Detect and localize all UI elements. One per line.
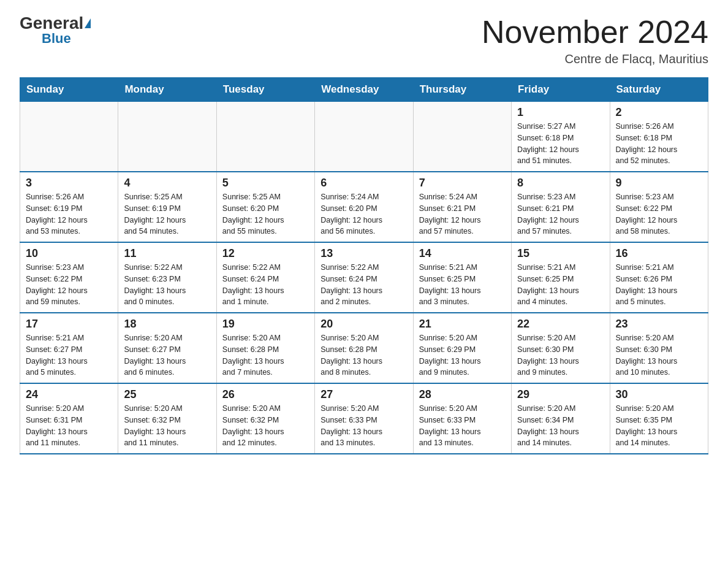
cell-day-number: 6	[320, 177, 407, 190]
cell-info: Sunrise: 5:20 AMSunset: 6:32 PMDaylight:…	[222, 403, 309, 449]
page-header: General Blue November 2024 Centre de Fla…	[20, 15, 708, 66]
cell-day-number: 22	[517, 318, 604, 331]
calendar-cell: 26Sunrise: 5:20 AMSunset: 6:32 PMDayligh…	[216, 383, 314, 454]
calendar-week-3: 10Sunrise: 5:23 AMSunset: 6:22 PMDayligh…	[20, 242, 708, 313]
cell-day-number: 17	[26, 318, 112, 331]
cell-day-number: 5	[222, 177, 309, 190]
cell-info: Sunrise: 5:20 AMSunset: 6:29 PMDaylight:…	[419, 332, 506, 378]
calendar-cell: 28Sunrise: 5:20 AMSunset: 6:33 PMDayligh…	[413, 383, 511, 454]
cell-info: Sunrise: 5:20 AMSunset: 6:30 PMDaylight:…	[616, 332, 702, 378]
calendar-cell: 20Sunrise: 5:20 AMSunset: 6:28 PMDayligh…	[315, 313, 413, 383]
cell-info: Sunrise: 5:24 AMSunset: 6:20 PMDaylight:…	[320, 191, 407, 237]
calendar-cell	[216, 102, 314, 172]
day-header-thursday: Thursday	[413, 78, 511, 102]
day-header-tuesday: Tuesday	[216, 78, 314, 102]
cell-day-number: 20	[320, 318, 407, 331]
logo-blue-text: Blue	[42, 31, 71, 46]
calendar-subtitle: Centre de Flacq, Mauritius	[482, 52, 708, 66]
cell-info: Sunrise: 5:20 AMSunset: 6:28 PMDaylight:…	[320, 332, 407, 378]
cell-info: Sunrise: 5:20 AMSunset: 6:33 PMDaylight:…	[419, 403, 506, 449]
calendar-cell: 29Sunrise: 5:20 AMSunset: 6:34 PMDayligh…	[512, 383, 610, 454]
cell-day-number: 11	[124, 247, 210, 260]
cell-info: Sunrise: 5:20 AMSunset: 6:32 PMDaylight:…	[124, 403, 210, 449]
calendar-cell: 15Sunrise: 5:21 AMSunset: 6:25 PMDayligh…	[512, 242, 610, 313]
calendar-cell: 27Sunrise: 5:20 AMSunset: 6:33 PMDayligh…	[315, 383, 413, 454]
cell-day-number: 24	[26, 388, 112, 401]
cell-day-number: 30	[616, 388, 702, 401]
day-header-friday: Friday	[512, 78, 610, 102]
cell-info: Sunrise: 5:23 AMSunset: 6:22 PMDaylight:…	[616, 191, 702, 237]
calendar-cell: 10Sunrise: 5:23 AMSunset: 6:22 PMDayligh…	[20, 242, 118, 313]
logo: General Blue	[20, 15, 91, 45]
cell-info: Sunrise: 5:23 AMSunset: 6:21 PMDaylight:…	[517, 191, 604, 237]
calendar-title: November 2024	[482, 15, 708, 50]
calendar-cell: 21Sunrise: 5:20 AMSunset: 6:29 PMDayligh…	[413, 313, 511, 383]
cell-day-number: 8	[517, 177, 604, 190]
day-header-wednesday: Wednesday	[315, 78, 413, 102]
cell-info: Sunrise: 5:20 AMSunset: 6:27 PMDaylight:…	[124, 332, 210, 378]
calendar-cell: 12Sunrise: 5:22 AMSunset: 6:24 PMDayligh…	[216, 242, 314, 313]
calendar-cell: 6Sunrise: 5:24 AMSunset: 6:20 PMDaylight…	[315, 172, 413, 242]
cell-day-number: 21	[419, 318, 506, 331]
cell-info: Sunrise: 5:20 AMSunset: 6:34 PMDaylight:…	[517, 403, 604, 449]
calendar-cell: 24Sunrise: 5:20 AMSunset: 6:31 PMDayligh…	[20, 383, 118, 454]
calendar-cell: 16Sunrise: 5:21 AMSunset: 6:26 PMDayligh…	[610, 242, 708, 313]
cell-info: Sunrise: 5:27 AMSunset: 6:18 PMDaylight:…	[517, 121, 604, 167]
calendar-cell: 14Sunrise: 5:21 AMSunset: 6:25 PMDayligh…	[413, 242, 511, 313]
calendar-cell	[315, 102, 413, 172]
calendar-cell: 11Sunrise: 5:22 AMSunset: 6:23 PMDayligh…	[118, 242, 216, 313]
calendar-header: SundayMondayTuesdayWednesdayThursdayFrid…	[20, 78, 708, 102]
cell-info: Sunrise: 5:22 AMSunset: 6:23 PMDaylight:…	[124, 262, 210, 308]
cell-info: Sunrise: 5:24 AMSunset: 6:21 PMDaylight:…	[419, 191, 506, 237]
calendar-cell: 3Sunrise: 5:26 AMSunset: 6:19 PMDaylight…	[20, 172, 118, 242]
calendar-cell: 19Sunrise: 5:20 AMSunset: 6:28 PMDayligh…	[216, 313, 314, 383]
cell-info: Sunrise: 5:20 AMSunset: 6:33 PMDaylight:…	[320, 403, 407, 449]
cell-day-number: 28	[419, 388, 506, 401]
calendar-cell: 18Sunrise: 5:20 AMSunset: 6:27 PMDayligh…	[118, 313, 216, 383]
cell-day-number: 3	[26, 177, 112, 190]
calendar-cell: 30Sunrise: 5:20 AMSunset: 6:35 PMDayligh…	[610, 383, 708, 454]
day-header-saturday: Saturday	[610, 78, 708, 102]
day-header-sunday: Sunday	[20, 78, 118, 102]
calendar-cell: 25Sunrise: 5:20 AMSunset: 6:32 PMDayligh…	[118, 383, 216, 454]
logo-triangle	[85, 18, 91, 28]
calendar-cell: 7Sunrise: 5:24 AMSunset: 6:21 PMDaylight…	[413, 172, 511, 242]
day-header-monday: Monday	[118, 78, 216, 102]
cell-day-number: 19	[222, 318, 309, 331]
cell-day-number: 7	[419, 177, 506, 190]
days-header-row: SundayMondayTuesdayWednesdayThursdayFrid…	[20, 78, 708, 102]
cell-info: Sunrise: 5:22 AMSunset: 6:24 PMDaylight:…	[320, 262, 407, 308]
logo-general-text: General	[20, 13, 91, 33]
logo-blue-row: Blue	[20, 32, 71, 45]
cell-day-number: 13	[320, 247, 407, 260]
calendar-cell: 1Sunrise: 5:27 AMSunset: 6:18 PMDaylight…	[512, 102, 610, 172]
cell-day-number: 29	[517, 388, 604, 401]
calendar-cell	[118, 102, 216, 172]
calendar-cell	[20, 102, 118, 172]
calendar-cell: 13Sunrise: 5:22 AMSunset: 6:24 PMDayligh…	[315, 242, 413, 313]
cell-day-number: 27	[320, 388, 407, 401]
cell-info: Sunrise: 5:25 AMSunset: 6:20 PMDaylight:…	[222, 191, 309, 237]
calendar-cell: 22Sunrise: 5:20 AMSunset: 6:30 PMDayligh…	[512, 313, 610, 383]
calendar-cell: 4Sunrise: 5:25 AMSunset: 6:19 PMDaylight…	[118, 172, 216, 242]
calendar-week-1: 1Sunrise: 5:27 AMSunset: 6:18 PMDaylight…	[20, 102, 708, 172]
logo-general-row: General	[20, 15, 91, 32]
cell-day-number: 16	[616, 247, 702, 260]
calendar-cell: 9Sunrise: 5:23 AMSunset: 6:22 PMDaylight…	[610, 172, 708, 242]
cell-info: Sunrise: 5:23 AMSunset: 6:22 PMDaylight:…	[26, 262, 112, 308]
calendar-week-4: 17Sunrise: 5:21 AMSunset: 6:27 PMDayligh…	[20, 313, 708, 383]
cell-day-number: 4	[124, 177, 210, 190]
cell-info: Sunrise: 5:26 AMSunset: 6:19 PMDaylight:…	[26, 191, 112, 237]
cell-info: Sunrise: 5:20 AMSunset: 6:28 PMDaylight:…	[222, 332, 309, 378]
cell-info: Sunrise: 5:21 AMSunset: 6:25 PMDaylight:…	[517, 262, 604, 308]
calendar-cell: 17Sunrise: 5:21 AMSunset: 6:27 PMDayligh…	[20, 313, 118, 383]
cell-info: Sunrise: 5:25 AMSunset: 6:19 PMDaylight:…	[124, 191, 210, 237]
cell-info: Sunrise: 5:22 AMSunset: 6:24 PMDaylight:…	[222, 262, 309, 308]
cell-day-number: 26	[222, 388, 309, 401]
calendar-table: SundayMondayTuesdayWednesdayThursdayFrid…	[20, 77, 708, 454]
cell-info: Sunrise: 5:20 AMSunset: 6:30 PMDaylight:…	[517, 332, 604, 378]
cell-day-number: 1	[517, 106, 604, 119]
cell-info: Sunrise: 5:21 AMSunset: 6:27 PMDaylight:…	[26, 332, 112, 378]
cell-day-number: 9	[616, 177, 702, 190]
calendar-cell: 2Sunrise: 5:26 AMSunset: 6:18 PMDaylight…	[610, 102, 708, 172]
